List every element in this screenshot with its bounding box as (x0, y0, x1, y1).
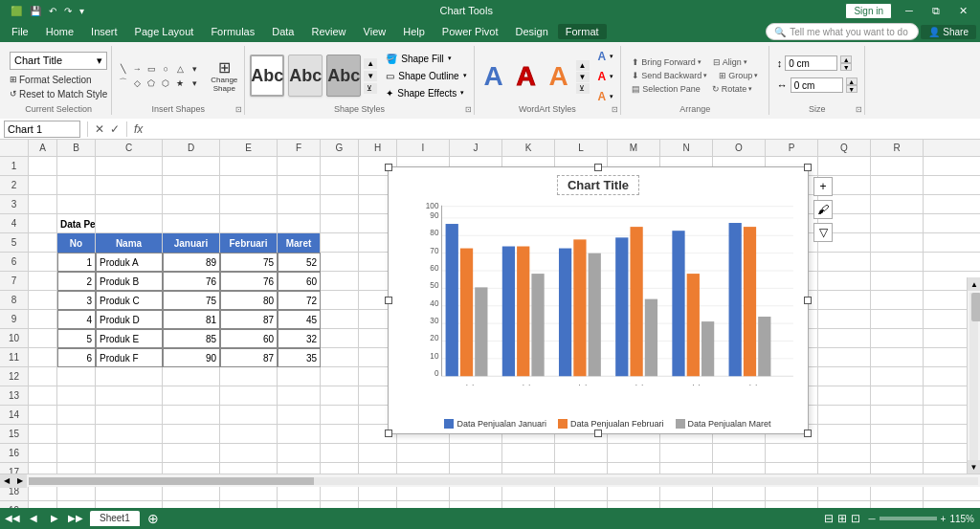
wordart-scroll-more-btn[interactable]: ⊻ (576, 83, 590, 94)
cell-mar-4[interactable]: 45 (278, 310, 321, 329)
zoom-out-btn[interactable]: ─ (868, 514, 875, 524)
handle-tl[interactable] (385, 164, 392, 171)
chart-add-element-btn[interactable]: + (813, 177, 833, 196)
align-btn[interactable]: ⊟ Align ▾ (709, 56, 751, 68)
shape-arrow-btn[interactable]: → (130, 62, 144, 76)
format-selection-link[interactable]: ⊞ Format Selection (10, 74, 107, 86)
col-header-l[interactable]: L (555, 140, 608, 156)
bring-forward-btn[interactable]: ⬆ Bring Forward ▾ (628, 56, 705, 68)
col-no-header[interactable]: No (57, 233, 96, 253)
col-header-o[interactable]: O (713, 140, 766, 156)
row-num-6[interactable]: 6 (0, 253, 28, 272)
height-input[interactable] (785, 55, 837, 71)
cell-no-2[interactable]: 2 (57, 272, 96, 291)
cell-c2[interactable] (96, 176, 163, 195)
cell-nama-2[interactable]: Produk B (96, 272, 163, 291)
undo-quick-btn[interactable]: ↶ (46, 5, 59, 17)
sheet-tab-1[interactable]: Sheet1 (90, 511, 140, 526)
share-button[interactable]: 👤 Share (921, 25, 976, 39)
height-down-btn[interactable]: ▼ (840, 63, 852, 71)
shape-rect-btn[interactable]: ▭ (145, 62, 158, 76)
shape-hex-btn[interactable]: ⬡ (159, 77, 172, 90)
text-fill-btn[interactable]: A ▾ (595, 48, 617, 65)
cell-jan-4[interactable]: 81 (163, 310, 220, 329)
wordart-scroll-down-btn[interactable]: ▼ (576, 72, 590, 82)
cell-feb-3[interactable]: 80 (220, 291, 278, 310)
shape-tri-btn[interactable]: △ (173, 62, 187, 76)
selection-pane-btn[interactable]: ▤ Selection Pane (628, 83, 704, 95)
shape-diamond-btn[interactable]: ◇ (130, 77, 144, 90)
cell-e2[interactable] (220, 176, 278, 195)
chart-filter-btn[interactable]: ▽ (813, 223, 833, 242)
menu-home[interactable]: Home (38, 24, 81, 39)
menu-data[interactable]: Data (264, 24, 301, 39)
chart-style-btn[interactable]: 🖌 (813, 200, 833, 219)
cell-d1[interactable] (163, 157, 220, 176)
row-num-13[interactable]: 13 (0, 386, 28, 406)
height-up-btn[interactable]: ▲ (840, 55, 852, 63)
cell-feb-5[interactable]: 60 (220, 329, 278, 348)
col-header-r[interactable]: R (871, 140, 924, 156)
row-num-16[interactable]: 16 (0, 444, 28, 463)
col-header-e[interactable]: E (220, 140, 278, 156)
change-shape-button[interactable]: ⊞ ChangeShape (208, 55, 240, 97)
shape-star-btn[interactable]: ★ (173, 77, 187, 90)
wordart-scroll-up-btn[interactable]: ▲ (576, 60, 590, 71)
cell-jan-6[interactable]: 90 (163, 348, 220, 367)
cell-a1[interactable] (29, 157, 57, 176)
wordart-expand-icon[interactable]: ⊡ (612, 105, 618, 114)
cell-mar-3[interactable]: 72 (278, 291, 321, 310)
cell-c1[interactable] (96, 157, 163, 176)
cell-nama-1[interactable]: Produk A (96, 253, 163, 272)
size-expand-icon[interactable]: ⊡ (856, 105, 862, 114)
sheet-scroll-prev-btn[interactable]: ◀ (27, 511, 40, 524)
row-num-15[interactable]: 15 (0, 425, 28, 444)
row-num-10[interactable]: 10 (0, 329, 28, 348)
sheet-scroll-next-btn[interactable]: ▶ (48, 511, 61, 524)
col-header-h[interactable]: H (359, 140, 397, 156)
cell-nama-5[interactable]: Produk E (96, 329, 163, 348)
reset-match-style-link[interactable]: ↺ Reset to Match Style (10, 88, 107, 100)
name-box[interactable] (4, 121, 80, 138)
shape-style-3-btn[interactable]: Abc (326, 55, 361, 97)
chart-title[interactable]: Chart Title (557, 175, 639, 195)
menu-design[interactable]: Design (508, 24, 556, 39)
h-scrollbar-thumb[interactable] (29, 477, 314, 485)
cancel-formula-icon[interactable]: ✕ (95, 122, 104, 136)
cell-d2[interactable] (163, 176, 220, 195)
col-mar-header[interactable]: Maret (278, 233, 321, 253)
shape-outline-btn[interactable]: ▭ Shape Outline ▾ (383, 69, 469, 83)
col-header-q[interactable]: Q (818, 140, 871, 156)
cell-feb-6[interactable]: 87 (220, 348, 278, 367)
shape-fill-btn[interactable]: 🪣 Shape Fill ▾ (383, 52, 469, 66)
page-break-btn[interactable]: ⊡ (851, 512, 860, 525)
cell-b1[interactable] (57, 157, 96, 176)
handle-tr[interactable] (804, 164, 812, 171)
row-num-3[interactable]: 3 (0, 195, 28, 214)
cell-jan-2[interactable]: 76 (163, 272, 220, 291)
row-num-1[interactable]: 1 (0, 157, 28, 176)
col-nama-header[interactable]: Nama (96, 233, 163, 253)
cell-nama-6[interactable]: Produk F (96, 348, 163, 367)
sheet-scroll-left-btn[interactable]: ◀◀ (6, 511, 19, 524)
row-num-12[interactable]: 12 (0, 367, 28, 386)
shape-scroll-btn[interactable]: ▾ (188, 77, 201, 90)
cell-no-5[interactable]: 5 (57, 329, 96, 348)
cell-jan-3[interactable]: 75 (163, 291, 220, 310)
menu-page-layout[interactable]: Page Layout (127, 24, 202, 39)
handle-tc[interactable] (594, 164, 602, 171)
wordart-letter-b-btn[interactable]: A (511, 57, 542, 96)
width-up-btn[interactable]: ▲ (846, 77, 858, 85)
v-scrollbar-thumb[interactable] (971, 293, 980, 321)
col-header-a[interactable]: A (29, 140, 57, 156)
cell-f1[interactable] (278, 157, 321, 176)
handle-ml[interactable] (385, 297, 392, 304)
cell-mar-6[interactable]: 35 (278, 348, 321, 367)
zoom-percent[interactable]: 115% (949, 514, 974, 524)
wordart-letter-a-btn[interactable]: A (479, 57, 509, 96)
styles-scroll-up-btn[interactable]: ▲ (364, 58, 377, 69)
sign-in-button[interactable]: Sign in (845, 3, 892, 19)
menu-format[interactable]: Format (558, 24, 607, 39)
shape-pentagon-btn[interactable]: ⬠ (145, 77, 158, 90)
cell-jan-1[interactable]: 89 (163, 253, 220, 272)
